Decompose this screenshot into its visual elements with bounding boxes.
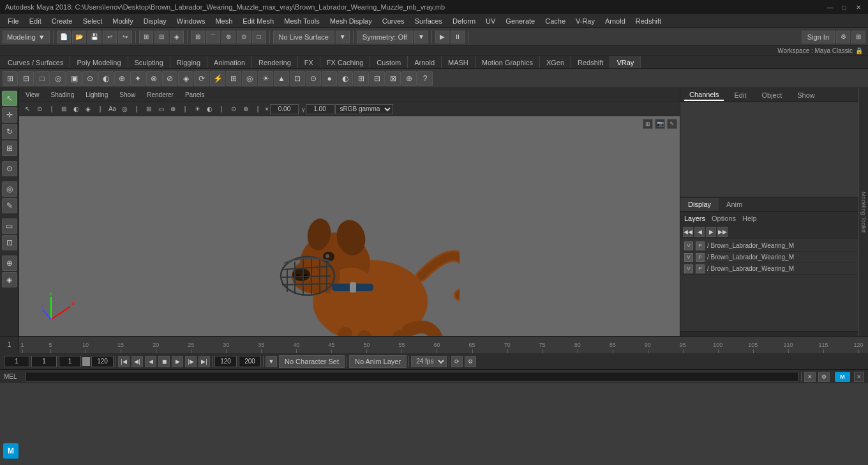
layers-header-help[interactable]: Help bbox=[742, 215, 757, 222]
toolbar-icon-2[interactable]: ⊟ bbox=[19, 71, 34, 86]
tab-motion-graphics[interactable]: Motion Graphics bbox=[475, 56, 540, 68]
menu-select[interactable]: Select bbox=[78, 16, 108, 26]
tab-sculpting[interactable]: Sculpting bbox=[128, 56, 170, 68]
layer-3-visibility[interactable]: V bbox=[684, 264, 693, 273]
vp-shadow-btn[interactable]: ◐ bbox=[204, 103, 215, 115]
pb-start-anim[interactable] bbox=[31, 356, 57, 367]
select-tool-btn[interactable]: ↖ bbox=[2, 91, 17, 106]
symmetry-dropdown[interactable]: ▼ bbox=[414, 31, 428, 43]
last-tool-btn[interactable]: ⊙ bbox=[2, 161, 17, 176]
pb-char-dropdown[interactable]: ▼ bbox=[266, 356, 277, 367]
layer-3-playback[interactable]: P bbox=[696, 264, 705, 273]
menu-deform[interactable]: Deform bbox=[447, 16, 481, 26]
move-tool-btn[interactable]: ✛ bbox=[2, 107, 17, 123]
select-by-component-btn[interactable]: ⊟ bbox=[154, 31, 168, 43]
menu-file[interactable]: File bbox=[3, 16, 24, 26]
sculpt-btn[interactable]: ◈ bbox=[2, 272, 17, 287]
snap-view-btn[interactable]: □ bbox=[252, 31, 266, 43]
menu-redshift[interactable]: Redshift bbox=[631, 16, 666, 26]
tab-animation[interactable]: Animation bbox=[207, 56, 252, 68]
tab-arnold[interactable]: Arnold bbox=[408, 56, 442, 68]
no-anim-layer-btn[interactable]: No Anim Layer bbox=[349, 355, 407, 368]
vp-menu-renderer[interactable]: Renderer bbox=[143, 90, 177, 100]
viewport-3d-content[interactable]: persp X Y Z ⊞ 📷 ✎ bbox=[19, 116, 680, 336]
menu-windows[interactable]: Windows bbox=[172, 16, 211, 26]
vp-wireframe-btn[interactable]: ⊞ bbox=[58, 103, 70, 115]
tab-vray[interactable]: VRay bbox=[610, 56, 641, 68]
menu-vray[interactable]: V-Ray bbox=[571, 16, 600, 26]
vp-gamma-field[interactable] bbox=[306, 104, 334, 114]
pb-play-fwd-btn[interactable]: ▶ bbox=[172, 356, 183, 367]
layer-back-btn[interactable]: ◀◀ bbox=[683, 227, 693, 237]
tab-mash[interactable]: MASH bbox=[442, 56, 475, 68]
menu-cache[interactable]: Cache bbox=[540, 16, 571, 26]
toolbar-icon-26[interactable]: ⊕ bbox=[401, 71, 417, 86]
tab-rigging[interactable]: Rigging bbox=[170, 56, 207, 68]
toolbar-icon-13[interactable]: ⟳ bbox=[194, 71, 209, 86]
cb-tab-object[interactable]: Object bbox=[756, 90, 787, 100]
toolbar-icon-23[interactable]: ⊞ bbox=[354, 71, 369, 86]
vp-shaded-btn[interactable]: ◐ bbox=[70, 103, 82, 115]
menu-modify[interactable]: Modify bbox=[107, 16, 138, 26]
menu-surfaces[interactable]: Surfaces bbox=[410, 16, 447, 26]
timeline-ruler[interactable]: 1510152025303540455055606570758085909510… bbox=[19, 337, 868, 353]
vp-hud-btn[interactable]: ▭ bbox=[155, 103, 167, 115]
layer-1-playback[interactable]: P bbox=[696, 241, 705, 250]
toolbar-icon-16[interactable]: ◎ bbox=[242, 71, 257, 86]
toolbar-icon-20[interactable]: ⊙ bbox=[306, 71, 321, 86]
layer-prev-btn[interactable]: ◀ bbox=[694, 227, 705, 237]
cmd-close-btn[interactable]: ✕ bbox=[804, 372, 816, 382]
tab-custom[interactable]: Custom bbox=[370, 56, 408, 68]
command-input[interactable] bbox=[26, 372, 798, 382]
vp-menu-lighting[interactable]: Lighting bbox=[82, 90, 112, 100]
vp-menu-shading[interactable]: Shading bbox=[47, 90, 79, 100]
live-surface-dropdown[interactable]: ▼ bbox=[336, 31, 350, 43]
toolbar-icon-21[interactable]: ● bbox=[322, 71, 337, 86]
save-scene-btn[interactable]: 💾 bbox=[87, 31, 101, 43]
snap-grid-btn[interactable]: ⊞ bbox=[191, 31, 205, 43]
toolbar-icon-27[interactable]: ? bbox=[417, 71, 433, 86]
new-scene-btn[interactable]: 📄 bbox=[57, 31, 71, 43]
layers-header-layers[interactable]: Layers bbox=[684, 215, 705, 222]
toolbar-icon-4[interactable]: ◎ bbox=[50, 71, 66, 86]
frame-selected-btn[interactable]: ⊡ bbox=[2, 235, 17, 250]
toolbar-icon-12[interactable]: ◈ bbox=[178, 71, 193, 86]
render-btn[interactable]: ▶ bbox=[435, 31, 449, 43]
vp-gamma-mode-dropdown[interactable]: sRGB gamma bbox=[335, 104, 393, 114]
menu-mesh-display[interactable]: Mesh Display bbox=[325, 16, 377, 26]
pb-play-back-btn[interactable]: ◀ bbox=[145, 356, 156, 367]
vp-manipulator-btn[interactable]: ⊕ bbox=[240, 103, 251, 115]
vp-menu-show[interactable]: Show bbox=[116, 90, 139, 100]
vp-aa-btn[interactable]: Aa bbox=[107, 103, 118, 115]
no-live-surface-btn[interactable]: No Live Surface bbox=[273, 31, 334, 43]
tab-curves-surfaces[interactable]: Curves / Surfaces bbox=[1, 56, 70, 68]
toolbar-icon-14[interactable]: ⚡ bbox=[210, 71, 225, 86]
pb-range-thumb[interactable] bbox=[82, 357, 90, 366]
snap-surface-btn[interactable]: ⊙ bbox=[237, 31, 251, 43]
toolbar-icon-11[interactable]: ⊘ bbox=[162, 71, 177, 86]
vp-isolate-btn[interactable]: ⊙ bbox=[228, 103, 239, 115]
pb-go-end-btn[interactable]: ▶| bbox=[198, 356, 210, 367]
pb-step-fwd-btn[interactable]: |▶ bbox=[185, 356, 197, 367]
toolbar-icon-10[interactable]: ⊗ bbox=[146, 71, 161, 86]
toolbar-icon-19[interactable]: ⊡ bbox=[290, 71, 305, 86]
menu-display[interactable]: Display bbox=[138, 16, 172, 26]
toolbar-icon-3[interactable]: □ bbox=[34, 71, 50, 86]
da-tab-anim[interactable]: Anim bbox=[719, 198, 750, 211]
mode-dropdown[interactable]: Modeling ▼ bbox=[3, 31, 50, 43]
pb-go-start-btn[interactable]: |◀ bbox=[118, 356, 130, 367]
redo-btn[interactable]: ↪ bbox=[118, 31, 132, 43]
close-button[interactable]: ✕ bbox=[854, 3, 863, 11]
layer-next-btn[interactable]: ▶ bbox=[706, 227, 716, 237]
toolbar-icon-5[interactable]: ▣ bbox=[66, 71, 82, 86]
minimize-button[interactable]: — bbox=[826, 3, 835, 11]
open-scene-btn[interactable]: 📂 bbox=[72, 31, 86, 43]
ipr-btn[interactable]: ⏸ bbox=[451, 31, 465, 43]
settings-btn[interactable]: ⚙ bbox=[836, 31, 850, 43]
menu-create[interactable]: Create bbox=[47, 16, 78, 26]
vp-camera-btn[interactable]: ⊙ bbox=[34, 103, 45, 115]
tab-redshift[interactable]: Redshift bbox=[571, 56, 610, 68]
select-by-object-btn[interactable]: ◈ bbox=[170, 31, 184, 43]
vp-menu-view[interactable]: View bbox=[22, 90, 43, 100]
menu-generate[interactable]: Generate bbox=[500, 16, 540, 26]
